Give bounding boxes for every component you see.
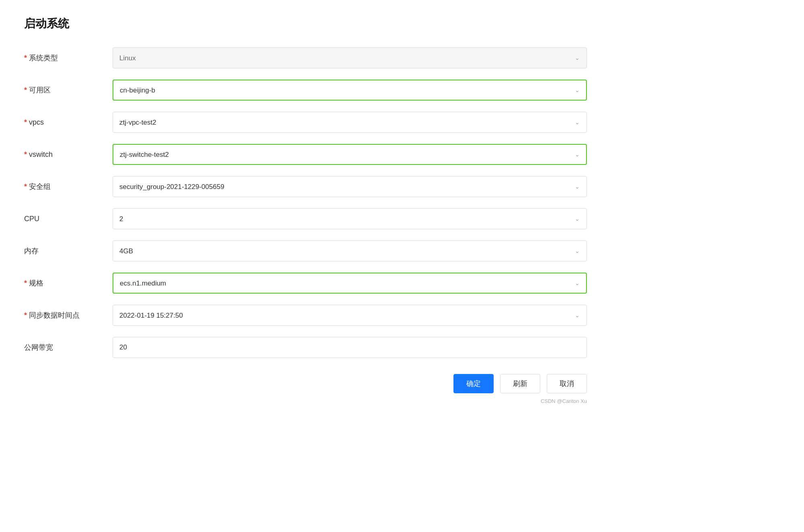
select-memory[interactable]: 4GB [113,240,587,261]
form-row-security-group: 安全组 security_group-2021-1229-005659 ⌄ [24,176,587,197]
select-vswitch[interactable]: ztj-switche-test2 [113,144,587,165]
form-row-vpcs: vpcs ztj-vpc-test2 ⌄ [24,112,587,133]
control-sync-time: 2022-01-19 15:27:50 ⌄ [113,305,587,326]
control-vswitch: ztj-switche-test2 ⌄ [113,144,587,165]
label-system-type: 系统类型 [24,53,113,63]
form-row-spec: 规格 ecs.n1.medium ⌄ [24,273,587,294]
label-spec: 规格 [24,278,113,288]
select-availability-zone[interactable]: cn-beijing-b [113,80,587,101]
select-wrapper-memory: 4GB ⌄ [113,240,587,261]
select-sync-time[interactable]: 2022-01-19 15:27:50 [113,305,587,326]
control-system-type: Linux ⌄ [113,47,587,68]
select-wrapper-system-type: Linux ⌄ [113,47,587,68]
control-cpu: 2 ⌄ [113,208,587,229]
control-memory: 4GB ⌄ [113,240,587,261]
select-wrapper-vpcs: ztj-vpc-test2 ⌄ [113,112,587,133]
form-row-vswitch: vswitch ztj-switche-test2 ⌄ [24,144,587,165]
control-security-group: security_group-2021-1229-005659 ⌄ [113,176,587,197]
control-availability-zone: cn-beijing-b ⌄ [113,80,587,101]
form-row-cpu: CPU 2 ⌄ [24,208,587,229]
label-cpu: CPU [24,215,113,223]
label-vpcs: vpcs [24,118,113,127]
select-wrapper-sync-time: 2022-01-19 15:27:50 ⌄ [113,305,587,326]
page-title: 启动系统 [24,16,587,31]
label-security-group: 安全组 [24,182,113,191]
watermark: CSDN @Cariton Xu [24,398,587,404]
control-bandwidth [113,337,587,358]
select-wrapper-spec: ecs.n1.medium ⌄ [113,273,587,294]
select-wrapper-availability-zone: cn-beijing-b ⌄ [113,80,587,101]
cancel-button[interactable]: 取消 [547,374,587,393]
form-row-memory: 内存 4GB ⌄ [24,240,587,261]
form-container: 启动系统 系统类型 Linux ⌄ 可用区 cn-beijing-b ⌄ vpc… [24,16,587,404]
form-row-availability-zone: 可用区 cn-beijing-b ⌄ [24,80,587,101]
select-spec[interactable]: ecs.n1.medium [113,273,587,294]
control-vpcs: ztj-vpc-test2 ⌄ [113,112,587,133]
form-row-sync-time: 同步数据时间点 2022-01-19 15:27:50 ⌄ [24,305,587,326]
select-wrapper-security-group: security_group-2021-1229-005659 ⌄ [113,176,587,197]
label-memory: 内存 [24,246,113,256]
label-bandwidth: 公网带宽 [24,343,113,352]
footer-buttons: 确定 刷新 取消 [24,374,587,393]
select-wrapper-vswitch: ztj-switche-test2 ⌄ [113,144,587,165]
control-spec: ecs.n1.medium ⌄ [113,273,587,294]
select-cpu[interactable]: 2 [113,208,587,229]
confirm-button[interactable]: 确定 [453,374,494,393]
label-vswitch: vswitch [24,150,113,159]
refresh-button[interactable]: 刷新 [500,374,540,393]
select-wrapper-cpu: 2 ⌄ [113,208,587,229]
label-availability-zone: 可用区 [24,85,113,95]
input-bandwidth[interactable] [113,337,587,358]
label-sync-time: 同步数据时间点 [24,310,113,320]
select-vpcs[interactable]: ztj-vpc-test2 [113,112,587,133]
select-system-type[interactable]: Linux [113,47,587,68]
form-row-bandwidth: 公网带宽 [24,337,587,358]
select-security-group[interactable]: security_group-2021-1229-005659 [113,176,587,197]
form-row-system-type: 系统类型 Linux ⌄ [24,47,587,68]
